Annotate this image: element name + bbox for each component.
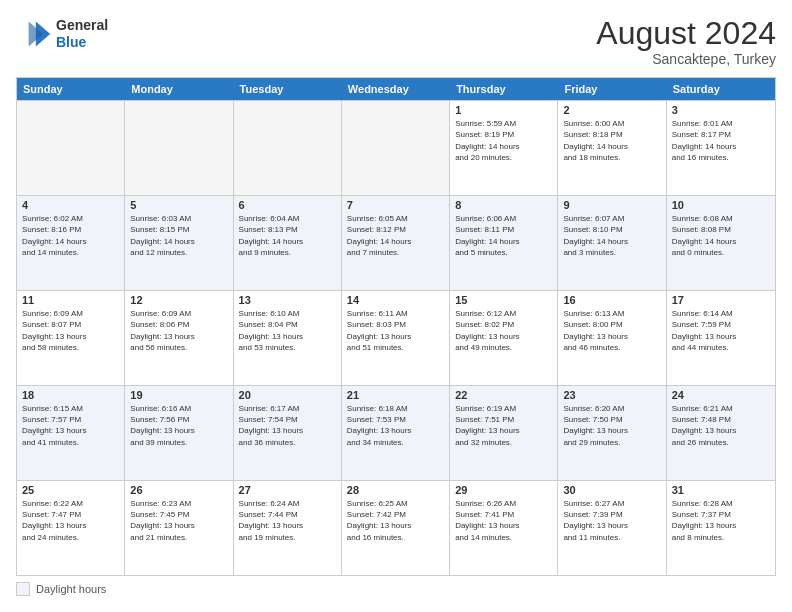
cell-info: Sunrise: 6:01 AM Sunset: 8:17 PM Dayligh… bbox=[672, 118, 770, 163]
cell-info: Sunrise: 6:15 AM Sunset: 7:57 PM Dayligh… bbox=[22, 403, 119, 448]
cell-info: Sunrise: 6:06 AM Sunset: 8:11 PM Dayligh… bbox=[455, 213, 552, 258]
calendar-cell bbox=[125, 101, 233, 195]
calendar-header: SundayMondayTuesdayWednesdayThursdayFrid… bbox=[17, 78, 775, 100]
day-header-friday: Friday bbox=[558, 78, 666, 100]
cell-info: Sunrise: 6:19 AM Sunset: 7:51 PM Dayligh… bbox=[455, 403, 552, 448]
cell-date: 16 bbox=[563, 294, 660, 306]
calendar-cell: 31Sunrise: 6:28 AM Sunset: 7:37 PM Dayli… bbox=[667, 481, 775, 575]
day-header-wednesday: Wednesday bbox=[342, 78, 450, 100]
cell-info: Sunrise: 6:12 AM Sunset: 8:02 PM Dayligh… bbox=[455, 308, 552, 353]
cell-date: 7 bbox=[347, 199, 444, 211]
cell-info: Sunrise: 6:07 AM Sunset: 8:10 PM Dayligh… bbox=[563, 213, 660, 258]
cell-date: 3 bbox=[672, 104, 770, 116]
day-header-sunday: Sunday bbox=[17, 78, 125, 100]
cell-date: 1 bbox=[455, 104, 552, 116]
cell-date: 15 bbox=[455, 294, 552, 306]
cell-info: Sunrise: 6:17 AM Sunset: 7:54 PM Dayligh… bbox=[239, 403, 336, 448]
cell-date: 17 bbox=[672, 294, 770, 306]
calendar-row: 1Sunrise: 5:59 AM Sunset: 8:19 PM Daylig… bbox=[17, 100, 775, 195]
cell-info: Sunrise: 6:03 AM Sunset: 8:15 PM Dayligh… bbox=[130, 213, 227, 258]
calendar-cell: 14Sunrise: 6:11 AM Sunset: 8:03 PM Dayli… bbox=[342, 291, 450, 385]
calendar-cell: 9Sunrise: 6:07 AM Sunset: 8:10 PM Daylig… bbox=[558, 196, 666, 290]
title-area: August 2024 Sancaktepe, Turkey bbox=[596, 16, 776, 67]
cell-info: Sunrise: 6:05 AM Sunset: 8:12 PM Dayligh… bbox=[347, 213, 444, 258]
calendar-row: 18Sunrise: 6:15 AM Sunset: 7:57 PM Dayli… bbox=[17, 385, 775, 480]
calendar-cell: 10Sunrise: 6:08 AM Sunset: 8:08 PM Dayli… bbox=[667, 196, 775, 290]
calendar-cell: 22Sunrise: 6:19 AM Sunset: 7:51 PM Dayli… bbox=[450, 386, 558, 480]
calendar-row: 25Sunrise: 6:22 AM Sunset: 7:47 PM Dayli… bbox=[17, 480, 775, 575]
cell-date: 8 bbox=[455, 199, 552, 211]
cell-date: 27 bbox=[239, 484, 336, 496]
calendar-body: 1Sunrise: 5:59 AM Sunset: 8:19 PM Daylig… bbox=[17, 100, 775, 575]
cell-date: 10 bbox=[672, 199, 770, 211]
calendar-cell: 18Sunrise: 6:15 AM Sunset: 7:57 PM Dayli… bbox=[17, 386, 125, 480]
day-header-monday: Monday bbox=[125, 78, 233, 100]
cell-date: 30 bbox=[563, 484, 660, 496]
calendar-row: 4Sunrise: 6:02 AM Sunset: 8:16 PM Daylig… bbox=[17, 195, 775, 290]
cell-date: 12 bbox=[130, 294, 227, 306]
footer: Daylight hours bbox=[16, 582, 776, 596]
calendar-cell: 28Sunrise: 6:25 AM Sunset: 7:42 PM Dayli… bbox=[342, 481, 450, 575]
cell-date: 18 bbox=[22, 389, 119, 401]
calendar-cell: 29Sunrise: 6:26 AM Sunset: 7:41 PM Dayli… bbox=[450, 481, 558, 575]
month-title: August 2024 bbox=[596, 16, 776, 51]
cell-info: Sunrise: 6:09 AM Sunset: 8:07 PM Dayligh… bbox=[22, 308, 119, 353]
cell-date: 22 bbox=[455, 389, 552, 401]
calendar-cell bbox=[342, 101, 450, 195]
cell-info: Sunrise: 6:14 AM Sunset: 7:59 PM Dayligh… bbox=[672, 308, 770, 353]
cell-date: 5 bbox=[130, 199, 227, 211]
cell-info: Sunrise: 6:18 AM Sunset: 7:53 PM Dayligh… bbox=[347, 403, 444, 448]
cell-info: Sunrise: 6:02 AM Sunset: 8:16 PM Dayligh… bbox=[22, 213, 119, 258]
subtitle: Sancaktepe, Turkey bbox=[596, 51, 776, 67]
cell-date: 29 bbox=[455, 484, 552, 496]
cell-info: Sunrise: 6:16 AM Sunset: 7:56 PM Dayligh… bbox=[130, 403, 227, 448]
calendar-cell: 17Sunrise: 6:14 AM Sunset: 7:59 PM Dayli… bbox=[667, 291, 775, 385]
calendar-cell: 7Sunrise: 6:05 AM Sunset: 8:12 PM Daylig… bbox=[342, 196, 450, 290]
cell-date: 23 bbox=[563, 389, 660, 401]
cell-info: Sunrise: 6:24 AM Sunset: 7:44 PM Dayligh… bbox=[239, 498, 336, 543]
day-header-saturday: Saturday bbox=[667, 78, 775, 100]
cell-date: 13 bbox=[239, 294, 336, 306]
calendar-cell: 21Sunrise: 6:18 AM Sunset: 7:53 PM Dayli… bbox=[342, 386, 450, 480]
calendar-cell: 23Sunrise: 6:20 AM Sunset: 7:50 PM Dayli… bbox=[558, 386, 666, 480]
cell-date: 14 bbox=[347, 294, 444, 306]
cell-date: 11 bbox=[22, 294, 119, 306]
cell-info: Sunrise: 6:23 AM Sunset: 7:45 PM Dayligh… bbox=[130, 498, 227, 543]
cell-info: Sunrise: 6:04 AM Sunset: 8:13 PM Dayligh… bbox=[239, 213, 336, 258]
day-header-thursday: Thursday bbox=[450, 78, 558, 100]
calendar-cell: 19Sunrise: 6:16 AM Sunset: 7:56 PM Dayli… bbox=[125, 386, 233, 480]
page: General Blue August 2024 Sancaktepe, Tur… bbox=[0, 0, 792, 612]
calendar-cell: 24Sunrise: 6:21 AM Sunset: 7:48 PM Dayli… bbox=[667, 386, 775, 480]
calendar-cell: 27Sunrise: 6:24 AM Sunset: 7:44 PM Dayli… bbox=[234, 481, 342, 575]
cell-info: Sunrise: 6:08 AM Sunset: 8:08 PM Dayligh… bbox=[672, 213, 770, 258]
day-header-tuesday: Tuesday bbox=[234, 78, 342, 100]
calendar-row: 11Sunrise: 6:09 AM Sunset: 8:07 PM Dayli… bbox=[17, 290, 775, 385]
cell-info: Sunrise: 6:28 AM Sunset: 7:37 PM Dayligh… bbox=[672, 498, 770, 543]
cell-date: 31 bbox=[672, 484, 770, 496]
calendar-cell: 13Sunrise: 6:10 AM Sunset: 8:04 PM Dayli… bbox=[234, 291, 342, 385]
cell-date: 2 bbox=[563, 104, 660, 116]
calendar-cell: 16Sunrise: 6:13 AM Sunset: 8:00 PM Dayli… bbox=[558, 291, 666, 385]
calendar-cell: 30Sunrise: 6:27 AM Sunset: 7:39 PM Dayli… bbox=[558, 481, 666, 575]
calendar-cell: 4Sunrise: 6:02 AM Sunset: 8:16 PM Daylig… bbox=[17, 196, 125, 290]
calendar-cell: 5Sunrise: 6:03 AM Sunset: 8:15 PM Daylig… bbox=[125, 196, 233, 290]
cell-info: Sunrise: 6:21 AM Sunset: 7:48 PM Dayligh… bbox=[672, 403, 770, 448]
cell-date: 19 bbox=[130, 389, 227, 401]
calendar-cell: 6Sunrise: 6:04 AM Sunset: 8:13 PM Daylig… bbox=[234, 196, 342, 290]
calendar-cell: 8Sunrise: 6:06 AM Sunset: 8:11 PM Daylig… bbox=[450, 196, 558, 290]
calendar-cell: 15Sunrise: 6:12 AM Sunset: 8:02 PM Dayli… bbox=[450, 291, 558, 385]
calendar: SundayMondayTuesdayWednesdayThursdayFrid… bbox=[16, 77, 776, 576]
calendar-cell bbox=[234, 101, 342, 195]
cell-info: Sunrise: 6:11 AM Sunset: 8:03 PM Dayligh… bbox=[347, 308, 444, 353]
calendar-cell bbox=[17, 101, 125, 195]
calendar-cell: 26Sunrise: 6:23 AM Sunset: 7:45 PM Dayli… bbox=[125, 481, 233, 575]
cell-info: Sunrise: 6:27 AM Sunset: 7:39 PM Dayligh… bbox=[563, 498, 660, 543]
cell-info: Sunrise: 6:00 AM Sunset: 8:18 PM Dayligh… bbox=[563, 118, 660, 163]
logo-text: General Blue bbox=[56, 17, 108, 51]
calendar-cell: 12Sunrise: 6:09 AM Sunset: 8:06 PM Dayli… bbox=[125, 291, 233, 385]
daylight-box bbox=[16, 582, 30, 596]
calendar-cell: 2Sunrise: 6:00 AM Sunset: 8:18 PM Daylig… bbox=[558, 101, 666, 195]
cell-date: 25 bbox=[22, 484, 119, 496]
cell-info: Sunrise: 6:25 AM Sunset: 7:42 PM Dayligh… bbox=[347, 498, 444, 543]
cell-date: 4 bbox=[22, 199, 119, 211]
